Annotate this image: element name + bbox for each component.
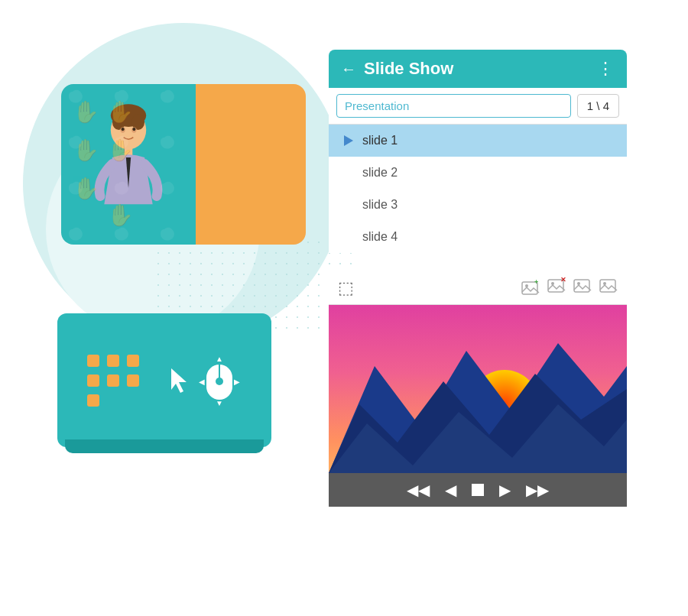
slide-4-label: slide 4 xyxy=(362,230,398,244)
svg-point-6 xyxy=(122,128,125,131)
slide-3-label: slide 3 xyxy=(362,198,398,212)
svg-text:▶: ▶ xyxy=(234,378,240,386)
panel-search-row: 1 \ 4 xyxy=(329,88,627,125)
svg-text:▼: ▼ xyxy=(216,399,223,407)
header-left: ← Slide Show xyxy=(341,59,453,79)
dot-6 xyxy=(127,374,139,387)
remove-image-svg: ✕ xyxy=(547,277,566,294)
edit-image-icon-1[interactable] xyxy=(573,277,592,298)
edit-image-svg-1 xyxy=(573,277,592,294)
slide-preview-image xyxy=(329,305,627,473)
remove-image-icon[interactable]: ✕ xyxy=(547,277,566,298)
dot-9-empty xyxy=(127,394,139,407)
svg-text:✕: ✕ xyxy=(560,277,566,284)
slide-show-panel: ← Slide Show ⋮ 1 \ 4 slide 1 slide 2 sli… xyxy=(329,50,627,253)
dot-8-empty xyxy=(107,394,119,407)
card-teacher-right xyxy=(196,84,306,245)
dot-2 xyxy=(107,355,119,367)
slide-2-label: slide 2 xyxy=(362,166,398,180)
add-image-icon[interactable]: + xyxy=(521,280,540,297)
svg-text:+: + xyxy=(534,280,538,286)
svg-text:▲: ▲ xyxy=(216,355,223,363)
play-indicator-icon xyxy=(344,135,353,146)
card-teacher-left: ✋ ✋ ✋ ✋ ✋ ✋ xyxy=(61,84,196,245)
panel-header: ← Slide Show ⋮ xyxy=(329,50,627,88)
stop-button[interactable] xyxy=(472,484,484,496)
hand-icon-4: ✋ xyxy=(107,138,134,163)
slide-item-4[interactable]: slide 4 xyxy=(329,221,627,253)
svg-marker-9 xyxy=(171,368,187,393)
more-menu-button[interactable]: ⋮ xyxy=(597,59,615,79)
hand-icon-5: ✋ xyxy=(73,176,99,201)
hand-icon-1: ✋ xyxy=(73,99,99,125)
image-viewer-panel: ⬚ + ✕ xyxy=(329,271,627,507)
dot-grid xyxy=(87,355,139,407)
edit-image-icon-2[interactable] xyxy=(599,277,618,298)
svg-point-4 xyxy=(120,127,125,132)
rewind-fast-button[interactable]: ◀◀ xyxy=(407,481,430,499)
dot-5 xyxy=(107,374,119,387)
svg-rect-25 xyxy=(600,280,615,292)
svg-rect-23 xyxy=(574,280,589,292)
forward-fast-button[interactable]: ▶▶ xyxy=(526,481,549,499)
card-teacher: ✋ ✋ ✋ ✋ ✋ ✋ xyxy=(61,84,306,245)
presentation-search-input[interactable] xyxy=(336,94,571,118)
card-tab xyxy=(65,439,264,453)
rewind-button[interactable]: ◀ xyxy=(445,481,456,499)
dot-4 xyxy=(87,374,99,387)
svg-point-12 xyxy=(216,378,223,385)
svg-point-5 xyxy=(131,127,136,132)
slide-item-1[interactable]: slide 1 xyxy=(329,125,627,157)
cursor-icon xyxy=(168,367,190,394)
mouse-icons: ▲ ▼ ◀ ▶ xyxy=(168,354,242,407)
edit-image-svg-2 xyxy=(599,277,618,294)
svg-text:◀: ◀ xyxy=(199,378,205,386)
play-button[interactable]: ▶ xyxy=(499,481,511,499)
slide-list: slide 1 slide 2 slide 3 slide 4 xyxy=(329,125,627,253)
hand-icon-2: ✋ xyxy=(107,99,134,125)
dot-3 xyxy=(127,355,139,367)
add-image-svg: + xyxy=(521,280,540,297)
slide-item-2[interactable]: slide 2 xyxy=(329,157,627,189)
slide-1-label: slide 1 xyxy=(362,134,398,148)
mouse-icon: ▲ ▼ ◀ ▶ xyxy=(197,354,242,407)
panel-title: Slide Show xyxy=(364,59,453,79)
dot-7 xyxy=(87,394,99,407)
card-mouse: ▲ ▼ ◀ ▶ xyxy=(57,313,271,447)
slide-item-3[interactable]: slide 3 xyxy=(329,189,627,221)
hand-icon-3: ✋ xyxy=(73,138,99,163)
playback-controls: ◀◀ ◀ ▶ ▶▶ xyxy=(329,473,627,507)
dot-1 xyxy=(87,355,99,367)
hand-icon-6: ✋ xyxy=(107,203,134,228)
slide-counter: 1 \ 4 xyxy=(577,94,619,118)
screen-icon[interactable]: ⬚ xyxy=(338,278,354,298)
image-toolbar: ⬚ + ✕ xyxy=(329,271,627,305)
svg-point-7 xyxy=(132,128,135,131)
back-button[interactable]: ← xyxy=(341,60,356,78)
